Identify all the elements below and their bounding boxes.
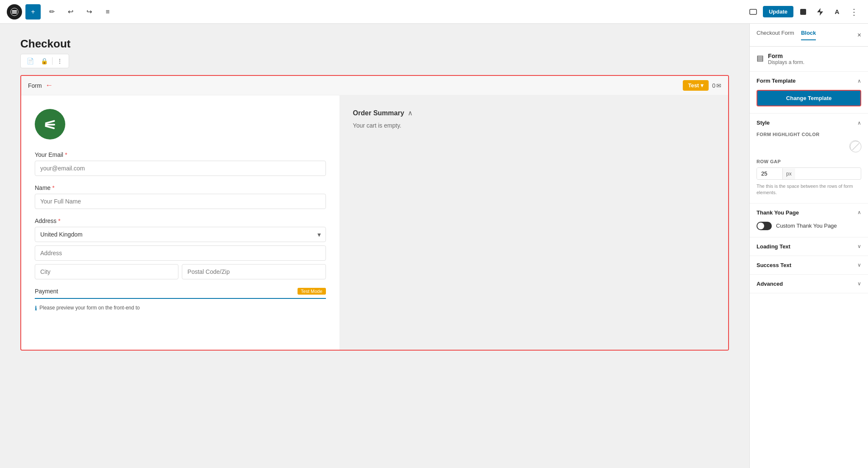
address-line-wrapper (35, 245, 326, 261)
style-section-body: FORM HIGHLIGHT COLOR ROW GAP px The this… (750, 132, 868, 203)
payment-note: ℹ Please preview your form on the front-… (35, 301, 326, 316)
country-select[interactable]: United Kingdom (35, 227, 326, 242)
payment-field-group: Payment Test Mode ℹ Please preview your … (35, 288, 326, 316)
view-button[interactable] (746, 5, 760, 19)
mail-icon: ✉ (716, 82, 721, 89)
styles-button[interactable] (796, 5, 810, 19)
success-text-section-header[interactable]: Success Text ∨ (750, 256, 868, 274)
a-icon-button[interactable]: A (830, 5, 844, 19)
panel-form-desc: Displays a form. (768, 59, 804, 65)
city-input[interactable] (35, 264, 178, 279)
logo-icon (7, 4, 22, 20)
toolbar: + ✏ ↩ ↪ ≡ Update A ⋮ (0, 0, 868, 24)
form-content: Your Email * Name * (21, 95, 728, 350)
page-toolbar: 📄 🔒 ⋮ (20, 54, 69, 68)
pencil-tool-button[interactable]: ✏ (44, 4, 59, 20)
panel-tabs: Checkout Form Block (757, 30, 823, 40)
advanced-section-header[interactable]: Advanced ∨ (750, 275, 868, 293)
style-section: Style ∧ FORM HIGHLIGHT COLOR ROW GAP px (750, 114, 868, 203)
toolbar-right-icons: Update A ⋮ (746, 5, 861, 19)
thank-you-section: Thank You Page ∧ Custom Thank You Page (750, 203, 868, 237)
update-button[interactable]: Update (763, 6, 793, 17)
loading-text-title: Loading Text (757, 243, 790, 250)
form-template-section: Form Template ∧ Change Template ← (750, 72, 868, 114)
list-view-button[interactable]: ≡ (100, 4, 115, 20)
email-field-group: Your Email * (35, 151, 326, 176)
form-block-title: Form ← (28, 81, 53, 90)
document-icon-button[interactable]: 📄 (24, 56, 36, 66)
style-section-header[interactable]: Style ∧ (750, 114, 868, 132)
redo-button[interactable]: ↪ (81, 4, 97, 20)
cart-empty-message: Your cart is empty. (353, 122, 715, 129)
editor-area: Checkout 📄 🔒 ⋮ Form ← Test ▾ (0, 24, 749, 468)
add-block-button[interactable]: + (25, 4, 41, 20)
checkout-form-label: Checkout Form (757, 30, 794, 40)
name-input[interactable] (35, 194, 326, 209)
bolt-button[interactable] (813, 5, 827, 19)
advanced-section: Advanced ∨ (750, 275, 868, 293)
form-arrow-indicator: ← (45, 81, 53, 90)
country-select-wrapper: United Kingdom ▾ (35, 227, 326, 242)
loading-text-section-header[interactable]: Loading Text ∨ (750, 237, 868, 256)
payment-input-line (35, 298, 326, 299)
test-btn-label: Test (688, 82, 699, 89)
thank-you-section-header[interactable]: Thank You Page ∧ (750, 203, 868, 222)
test-button[interactable]: Test ▾ (683, 80, 709, 91)
form-template-section-header[interactable]: Form Template ∧ (750, 72, 868, 90)
address-required-star: * (58, 217, 60, 224)
panel-close-button[interactable]: × (857, 31, 861, 39)
order-summary-title: Order Summary (353, 109, 404, 117)
highlight-color-picker[interactable] (849, 140, 861, 152)
row-gap-input[interactable] (757, 168, 782, 179)
tab-block[interactable]: Block (801, 30, 816, 40)
panel-header: Checkout Form Block × (750, 24, 868, 47)
notification-button[interactable]: 0 ✉ (712, 82, 721, 89)
panel-form-info: ▤ Form Displays a form. (750, 47, 868, 72)
zip-input[interactable] (182, 264, 326, 279)
right-panel: Checkout Form Block × ▤ Form Displays a … (749, 24, 868, 468)
payment-label: Payment (35, 288, 58, 295)
success-text-chevron-icon: ∨ (857, 262, 861, 268)
form-template-section-body: Change Template ← (750, 90, 868, 113)
lock-icon-button[interactable]: 🔒 (38, 56, 50, 66)
row-gap-input-wrapper: px (757, 167, 861, 180)
thank-you-chevron-icon: ∧ (857, 209, 861, 215)
notif-count: 0 (712, 82, 715, 89)
svg-rect-5 (800, 9, 806, 15)
success-text-section: Success Text ∨ (750, 256, 868, 275)
name-label: Name * (35, 184, 326, 191)
panel-form-name: Form (768, 53, 804, 59)
name-required-star: * (52, 184, 54, 191)
more-page-options-button[interactable]: ⋮ (54, 56, 65, 66)
custom-thank-you-toggle[interactable] (757, 222, 772, 230)
loading-text-section: Loading Text ∨ (750, 237, 868, 256)
info-icon: ℹ (35, 305, 37, 312)
form-logo (35, 109, 65, 139)
undo-button[interactable]: ↩ (63, 4, 78, 20)
form-header-right: Test ▾ 0 ✉ (683, 80, 721, 91)
row-gap-row: px (757, 167, 861, 180)
row-gap-description: The this is the space between the rows o… (757, 183, 861, 196)
address-input[interactable] (35, 245, 326, 261)
svg-rect-8 (45, 124, 55, 125)
email-input[interactable] (35, 161, 326, 176)
form-right-column: Order Summary ∧ Your cart is empty. (339, 95, 728, 350)
style-chevron-icon: ∧ (857, 120, 861, 126)
custom-thank-you-label: Custom Thank You Page (776, 223, 837, 229)
panel-form-text: Form Displays a form. (768, 53, 804, 65)
page-title-area: Checkout 📄 🔒 ⋮ (20, 37, 729, 68)
order-summary-header: Order Summary ∧ (353, 109, 715, 117)
more-options-button[interactable]: ⋮ (847, 5, 861, 19)
change-template-button[interactable]: Change Template (757, 90, 861, 106)
email-required-star: * (65, 151, 67, 158)
test-btn-chevron: ▾ (701, 82, 704, 89)
custom-thank-you-row: Custom Thank You Page (757, 222, 861, 230)
advanced-title: Advanced (757, 281, 783, 287)
order-summary-chevron-icon: ∧ (408, 109, 413, 117)
test-mode-badge: Test Mode (298, 288, 326, 295)
style-section-title: Style (757, 120, 770, 126)
row-gap-label: ROW GAP (757, 159, 861, 164)
form-label: Form (28, 82, 42, 89)
loading-text-chevron-icon: ∨ (857, 243, 861, 249)
main-layout: Checkout 📄 🔒 ⋮ Form ← Test ▾ (0, 24, 868, 468)
